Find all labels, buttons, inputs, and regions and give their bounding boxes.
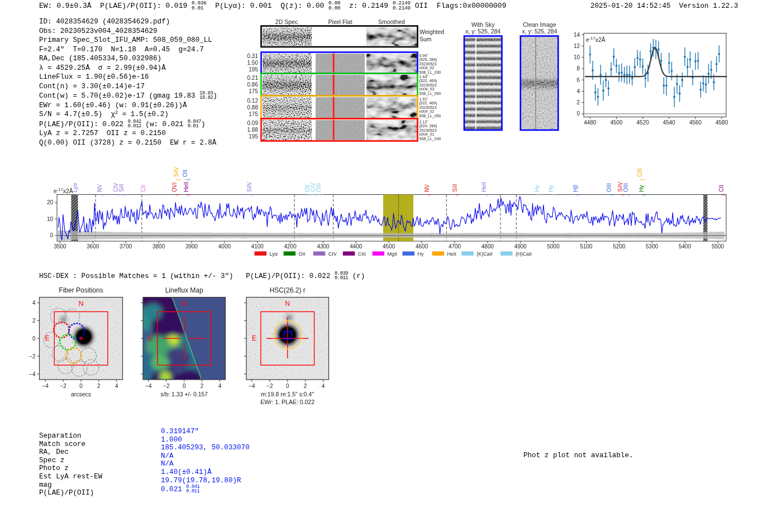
svg-text:{: { [639,179,645,180]
svg-text:175: 175 [249,111,258,117]
svg-text:{: { [426,194,432,195]
svg-text:Lyα: Lyα [270,251,278,257]
svg-text:N: N [79,300,84,308]
svg-text:−2: −2 [163,383,170,389]
svg-text:Smoothed: Smoothed [378,18,405,25]
svg-text:195: 195 [249,66,258,73]
svg-text:E: E [149,334,153,342]
svg-text:5000: 5000 [547,243,560,250]
svg-text:{: { [142,194,149,195]
svg-text:With Sky: With Sky [471,21,495,28]
svg-text:{: { [550,194,556,195]
svg-text:2: 2 [201,383,204,389]
svg-text:{: { [184,179,190,180]
svg-text:0.86: 0.86 [247,82,259,88]
svg-text:Sum: Sum [419,36,432,42]
svg-text:3700: 3700 [120,243,132,250]
svg-text:x, y: 525, 284: x, y: 525, 284 [465,28,500,35]
svg-text:(K)CaII: (K)CaII [476,251,493,257]
svg-text:m:19.8 re:1.5" s:0.4": m:19.8 re:1.5" s:0.4" [261,391,314,397]
svg-text:Lineflux Map: Lineflux Map [165,286,203,294]
svg-text:4300: 4300 [317,243,330,250]
svg-text:2: 2 [576,99,580,106]
svg-text:−4: −4 [145,383,152,389]
svg-text:(H)CaII: (H)CaII [516,251,532,257]
svg-text:{: { [317,194,323,195]
svg-text:Hγ: Hγ [548,185,554,192]
svg-text:EWr: 1. PLAE: 0.022: EWr: 1. PLAE: 0.022 [260,399,314,405]
svg-text:6: 6 [576,77,580,83]
svg-text:3800: 3800 [152,243,165,250]
svg-text:8: 8 [576,65,580,71]
svg-text:SiIV: SiIV [246,181,252,192]
svg-text:4400: 4400 [350,243,363,250]
svg-text:0.94": 0.94" [419,54,429,57]
svg-text:SiII: SiII [118,184,125,192]
svg-text:{: { [625,194,631,195]
svg-text:CII: CII [718,185,724,192]
svg-text:4540: 4540 [663,119,676,126]
svg-text:5300: 5300 [646,243,659,250]
svg-text:CIV: CIV [113,183,119,192]
svg-text:4600: 4600 [416,243,428,250]
svg-text:20230523: 20230523 [419,106,437,109]
svg-text:195: 195 [249,133,258,140]
svg-text:5100: 5100 [580,243,593,250]
svg-text:4: 4 [32,300,36,306]
svg-text:CIII: CIII [358,251,366,257]
svg-text:Pixel Flat: Pixel Flat [328,18,352,25]
svg-text:{: { [720,194,726,195]
svg-text:{: { [574,194,580,195]
svg-text:4800: 4800 [481,243,494,250]
svg-text:{: { [121,194,127,195]
svg-text:−4: −4 [42,383,49,389]
svg-text:5400: 5400 [679,243,692,250]
svg-text:{: { [536,194,542,195]
svg-text:Weighted: Weighted [419,28,444,35]
svg-text:175: 175 [249,88,258,94]
svg-text:OIII: OIII [606,183,612,192]
svg-text:2D Spec: 2D Spec [275,18,298,25]
svg-text:OVI: OVI [171,183,178,192]
svg-text:20: 20 [47,199,54,205]
svg-text:2: 2 [97,383,101,389]
svg-text:HeII: HeII [481,182,487,192]
svg-text:12: 12 [574,43,580,49]
svg-text:4500: 4500 [383,243,395,250]
svg-text:NV: NV [97,184,103,192]
svg-text:CIV: CIV [328,251,337,257]
svg-text:arcsecs: arcsecs [71,391,91,397]
svg-text:Hγ: Hγ [638,185,645,192]
svg-text:SiIV: SiIV [173,166,179,177]
svg-text:0: 0 [50,232,53,238]
svg-text:OIII: OIII [316,183,322,192]
svg-text:Hβ: Hβ [573,185,579,192]
svg-text:NV: NV [424,184,430,192]
svg-text:Clean Image: Clean Image [523,21,556,28]
svg-text:4200: 4200 [284,243,297,250]
svg-text:14: 14 [574,32,580,38]
svg-text:Fiber Positions: Fiber Positions [59,286,103,294]
svg-text:4000: 4000 [218,243,231,250]
svg-text:{: { [454,194,460,195]
svg-text:4500: 4500 [610,119,623,126]
svg-text:3900: 3900 [185,243,198,250]
svg-text:10: 10 [47,216,54,222]
svg-text:{: { [185,194,191,195]
svg-text:1.88: 1.88 [247,127,259,133]
svg-text:HeII: HeII [447,251,457,257]
svg-text:4: 4 [322,383,325,389]
svg-text:{: { [249,194,255,195]
svg-text:{: { [115,194,121,195]
svg-text:s/b: 1.33 +/- 0.157: s/b: 1.33 +/- 0.157 [160,391,208,397]
svg-text:{: { [99,194,105,195]
svg-text:Hγ: Hγ [534,185,540,192]
svg-text:0: 0 [576,111,580,117]
svg-text:E: E [45,334,50,342]
svg-text:{: { [175,179,181,180]
svg-text:4700: 4700 [449,243,461,250]
svg-text:4: 4 [115,383,118,389]
svg-text:e-17x2Å: e-17x2Å [586,36,605,43]
svg-text:CIII: CIII [637,168,643,177]
svg-text:1.50: 1.50 [247,60,259,66]
